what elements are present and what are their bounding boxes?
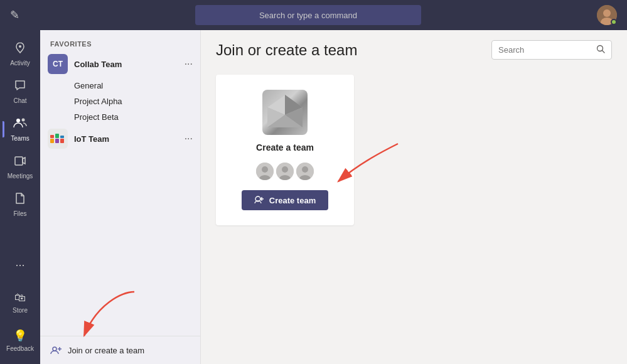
member-avatar-3 — [296, 163, 314, 180]
svg-rect-9 — [60, 136, 64, 138]
join-team-icon — [50, 344, 63, 356]
nav-files-wrapper: Files — [3, 186, 38, 223]
search-bar-text: Search or type a command — [259, 11, 357, 20]
svg-point-3 — [19, 45, 21, 48]
top-bar-left: ✎ — [10, 8, 19, 22]
svg-rect-12 — [60, 139, 64, 143]
nav-item-more[interactable]: ··· — [3, 247, 38, 282]
search-icon — [596, 45, 605, 55]
create-team-btn-label: Create team — [269, 196, 316, 205]
nav-teams-wrapper: Teams — [3, 110, 38, 148]
active-indicator — [3, 121, 4, 137]
sidebar-item-collab-team[interactable]: CT Collab Team ··· — [40, 50, 200, 78]
compose-icon[interactable]: ✎ — [10, 8, 19, 22]
chat-icon — [14, 79, 26, 95]
content-header: Join or create a team — [201, 30, 627, 65]
nav-item-files[interactable]: Files — [3, 187, 38, 222]
nav-feedback-label: Feedback — [6, 345, 34, 352]
global-search-bar[interactable]: Search or type a command — [195, 5, 421, 25]
create-team-btn-icon — [254, 195, 264, 205]
sidebar-channel-project-alpha[interactable]: Project Alpha — [40, 94, 200, 109]
content-area: Join or create a team — [201, 30, 627, 364]
create-team-card-name: Create a team — [256, 142, 314, 153]
create-team-icon — [262, 90, 308, 135]
svg-rect-10 — [50, 139, 54, 143]
nav-meetings-wrapper: Meetings — [3, 148, 38, 186]
meetings-icon — [14, 154, 26, 170]
top-bar: ✎ Search or type a command — [0, 0, 627, 30]
main-area: Activity Chat — [0, 30, 627, 364]
nav-teams-label: Teams — [11, 135, 29, 142]
nav-meetings-label: Meetings — [8, 173, 33, 179]
svg-point-27 — [262, 166, 268, 173]
status-dot — [611, 19, 617, 25]
create-team-card: Create a team — [216, 75, 354, 225]
iot-team-name: IoT Team — [74, 134, 185, 144]
nav-item-activity[interactable]: Activity — [3, 36, 38, 72]
page-title: Join or create a team — [216, 41, 357, 59]
files-icon — [14, 192, 26, 208]
join-label: Join or create a team — [68, 346, 144, 355]
member-avatar-2 — [276, 163, 294, 180]
svg-point-33 — [302, 166, 308, 173]
create-team-button[interactable]: Create team — [242, 190, 328, 210]
svg-rect-6 — [15, 157, 23, 165]
iot-team-avatar — [48, 129, 68, 149]
nav-activity-label: Activity — [10, 60, 30, 67]
svg-rect-11 — [55, 139, 59, 143]
sidebar-channel-general[interactable]: General — [40, 78, 200, 94]
nav-chat-wrapper: Chat — [3, 73, 38, 110]
top-bar-center: Search or type a command — [19, 5, 597, 25]
collab-team-name: Collab Team — [74, 60, 185, 69]
sidebar-item-iot-team[interactable]: IoT Team ··· — [40, 125, 200, 153]
nav-store-label: Store — [13, 307, 28, 314]
iot-team-more[interactable]: ··· — [185, 133, 193, 144]
svg-point-5 — [22, 119, 25, 122]
member-avatars — [256, 163, 314, 180]
store-icon: 🛍 — [14, 291, 26, 304]
svg-point-1 — [603, 9, 611, 17]
team-search-input[interactable] — [498, 45, 592, 55]
nav-item-store[interactable]: 🛍 Store — [3, 285, 38, 320]
svg-point-4 — [16, 119, 20, 122]
sidebar-content: Favorites CT Collab Team ··· General Pro… — [40, 30, 200, 336]
join-or-create-team[interactable]: Join or create a team — [40, 336, 200, 364]
nav-item-teams[interactable]: Teams — [3, 112, 38, 147]
left-nav: Activity Chat — [0, 30, 40, 364]
member-avatar-1 — [256, 163, 274, 180]
nav-chat-label: Chat — [13, 97, 26, 104]
top-bar-right — [597, 5, 617, 25]
svg-point-14 — [53, 347, 56, 351]
nav-item-meetings[interactable]: Meetings — [3, 149, 38, 185]
nav-activity-wrapper: Activity — [3, 35, 38, 73]
teams-icon — [13, 117, 27, 132]
sidebar-bottom-wrapper: Join or create a team — [40, 336, 200, 364]
favorites-label: Favorites — [40, 35, 200, 50]
sidebar-channel-project-beta[interactable]: Project Beta — [40, 109, 200, 125]
team-search-box[interactable] — [491, 40, 612, 60]
sidebar: Favorites CT Collab Team ··· General Pro… — [40, 30, 201, 364]
collab-team-avatar: CT — [48, 54, 68, 74]
nav-item-chat[interactable]: Chat — [3, 74, 38, 109]
collab-team-more[interactable]: ··· — [185, 58, 193, 70]
svg-rect-7 — [50, 135, 54, 138]
nav-item-feedback[interactable]: 💡 Feedback — [3, 323, 38, 358]
svg-point-30 — [282, 166, 288, 173]
svg-line-18 — [603, 51, 605, 53]
nav-files-label: Files — [13, 210, 26, 217]
feedback-icon: 💡 — [13, 329, 27, 343]
activity-icon — [14, 41, 26, 57]
svg-rect-8 — [55, 134, 59, 138]
arrow-annotation — [329, 137, 404, 188]
user-avatar[interactable] — [597, 5, 617, 25]
cards-area: Create a team — [201, 65, 627, 364]
